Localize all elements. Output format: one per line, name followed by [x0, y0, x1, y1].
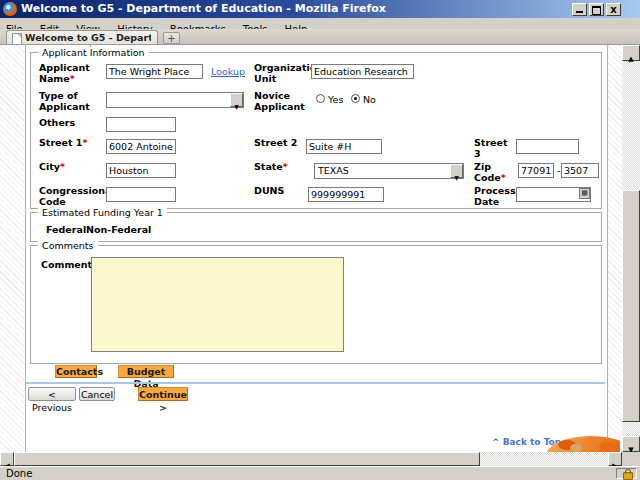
- minimize-button[interactable]: [572, 3, 587, 16]
- comments-legend: Comments: [38, 240, 98, 251]
- state-label: State*: [254, 161, 316, 172]
- scroll-up-button[interactable]: ▲: [622, 45, 640, 61]
- scroll-right-button[interactable]: ▶: [608, 452, 622, 466]
- non-federal-label: Non-Federal: [86, 224, 151, 235]
- chevron-down-icon: ▼: [234, 103, 239, 110]
- contacts-button[interactable]: Contacts: [55, 365, 97, 378]
- tab-bar: Welcome to G5 - Department of Edu... +: [0, 29, 640, 45]
- estimated-funding-fieldset: Estimated Funding Year 1 Federal Non-Fed…: [30, 212, 602, 242]
- process-date-label: Process Date: [474, 185, 519, 207]
- type-of-applicant-select[interactable]: ▼: [106, 92, 244, 108]
- vertical-scrollbar-thumb[interactable]: [622, 190, 640, 422]
- process-date-field: ▦: [516, 187, 591, 202]
- arrow-up-icon: ▲: [628, 55, 633, 63]
- applicant-information-legend: Applicant Information: [38, 47, 149, 58]
- applicant-name-label: Applicant Name*: [39, 62, 101, 84]
- novice-yes-radio[interactable]: [316, 94, 325, 103]
- required-asterisk: *: [60, 161, 65, 172]
- dropdown-button[interactable]: ▼: [450, 164, 463, 178]
- others-input[interactable]: [106, 117, 176, 132]
- chevron-down-icon: ▼: [454, 174, 459, 181]
- close-icon: x: [610, 4, 616, 15]
- restore-icon: [592, 6, 601, 15]
- street1-input[interactable]: [106, 139, 176, 154]
- required-asterisk: *: [70, 73, 75, 84]
- new-tab-button[interactable]: +: [163, 32, 180, 44]
- city-label: City*: [39, 161, 101, 172]
- street1-label: Street 1*: [39, 137, 101, 148]
- dropdown-button[interactable]: ▼: [230, 93, 243, 107]
- content-right-border: [607, 45, 608, 452]
- calendar-icon[interactable]: ▦: [579, 188, 590, 199]
- horizontal-scrollbar-thumb[interactable]: [14, 452, 480, 466]
- minimize-icon: [576, 11, 583, 13]
- zip-plus4-input[interactable]: [561, 163, 599, 178]
- required-asterisk: *: [82, 137, 87, 148]
- status-text: Done: [6, 467, 32, 480]
- required-asterisk: *: [501, 172, 506, 183]
- window-title: Welcome to G5 - Department of Education …: [21, 0, 386, 18]
- applicant-name-input[interactable]: [106, 64, 203, 79]
- browser-window: Welcome to G5 - Department of Education …: [0, 0, 640, 480]
- duns-label: DUNS: [254, 185, 316, 196]
- left-margin-stripes: [0, 45, 24, 452]
- type-of-applicant-label: Type of Applicant: [39, 90, 101, 112]
- novice-no-label: No: [363, 94, 376, 105]
- organization-unit-label: Organization Unit: [254, 62, 316, 84]
- previous-button[interactable]: < Previous: [28, 387, 76, 401]
- budget-data-button[interactable]: Budget Data: [118, 365, 174, 378]
- title-bar: Welcome to G5 - Department of Education …: [0, 0, 640, 18]
- status-bar: [0, 466, 640, 480]
- restore-button[interactable]: [589, 3, 604, 16]
- novice-applicant-label: Novice Applicant: [254, 90, 316, 112]
- scroll-down-button[interactable]: ▼: [622, 436, 640, 452]
- estimated-funding-legend: Estimated Funding Year 1: [38, 207, 167, 218]
- congressional-code-label: Congressional Code: [39, 185, 109, 207]
- firefox-icon: [3, 2, 17, 16]
- tab-label: Welcome to G5 - Department of Edu...: [25, 32, 151, 44]
- applicant-information-fieldset: Applicant Information Applicant Name* Lo…: [30, 52, 602, 209]
- scrollbar-corner: [622, 452, 640, 466]
- novice-no-radio[interactable]: [351, 94, 360, 103]
- cancel-button[interactable]: Cancel: [79, 387, 115, 401]
- street2-input[interactable]: [306, 139, 382, 154]
- content-left-border: [25, 45, 26, 452]
- zip-code-input[interactable]: [518, 163, 554, 178]
- tab-welcome-g5[interactable]: Welcome to G5 - Department of Edu...: [6, 30, 158, 44]
- lock-icon: [623, 472, 633, 480]
- decorative-corner-image: [540, 428, 620, 452]
- state-select[interactable]: TEXAS ▼: [314, 163, 464, 179]
- organization-unit-input[interactable]: [311, 64, 414, 79]
- federal-label: Federal: [46, 224, 86, 235]
- right-margin-stripes: [608, 45, 622, 452]
- novice-yes-label: Yes: [328, 94, 343, 105]
- congressional-code-input[interactable]: [106, 187, 176, 202]
- zip-code-label: Zip Code*: [474, 161, 508, 183]
- duns-input[interactable]: [308, 187, 384, 202]
- comments-fieldset: Comments Comments: [30, 245, 602, 364]
- comments-textarea[interactable]: [91, 257, 344, 352]
- required-asterisk: *: [283, 161, 288, 172]
- close-button[interactable]: x: [606, 3, 621, 16]
- state-value: TEXAS: [318, 165, 349, 177]
- city-input[interactable]: [106, 163, 176, 178]
- others-label: Others: [39, 117, 101, 128]
- separator-line: [25, 382, 605, 384]
- lookup-link[interactable]: Lookup: [211, 66, 245, 77]
- street3-label: Street 3: [474, 137, 514, 159]
- scroll-left-button[interactable]: ◀: [0, 452, 14, 466]
- street3-input[interactable]: [516, 139, 579, 154]
- comments-label: Comments: [41, 259, 98, 270]
- security-panel[interactable]: [616, 468, 637, 479]
- continue-button[interactable]: Continue >: [138, 387, 188, 401]
- zip-separator: -: [557, 165, 560, 176]
